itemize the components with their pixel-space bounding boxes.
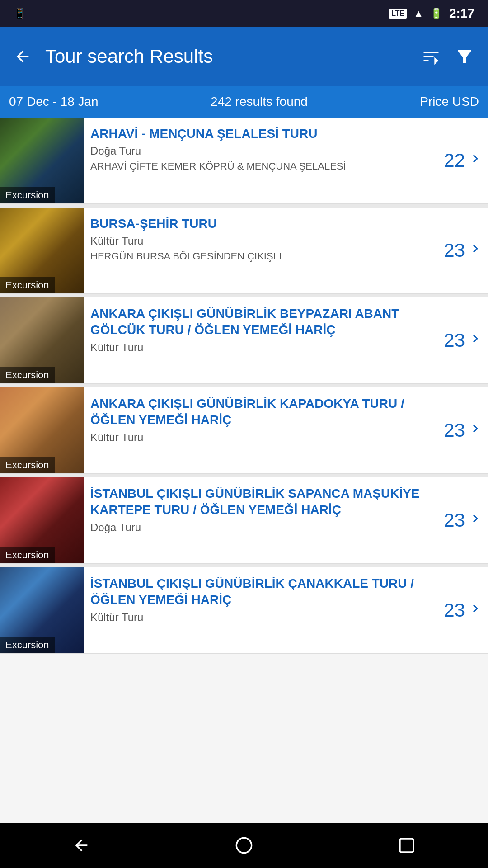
tour-image-container: Excursion xyxy=(0,297,84,383)
tour-arrow-icon xyxy=(467,600,483,621)
back-nav-button[interactable] xyxy=(63,827,99,863)
filter-button[interactable] xyxy=(450,42,479,71)
tour-title: İSTANBUL ÇIKIŞLI GÜNÜBİRLİK ÇANAKKALE TU… xyxy=(90,576,427,609)
tour-content: İSTANBUL ÇIKIŞLI GÜNÜBİRLİK SAPANCA MAŞU… xyxy=(84,477,434,563)
tour-image-container: Excursion xyxy=(0,567,84,653)
tour-title: ARHAVİ - MENÇUNA ŞELALESİ TURU xyxy=(90,126,427,142)
tour-price: 23 xyxy=(444,509,465,531)
tour-right: 23 xyxy=(434,477,488,563)
tour-right: 22 xyxy=(434,118,488,203)
tour-type: Kültür Turu xyxy=(90,341,427,354)
tour-right: 23 xyxy=(434,208,488,293)
tour-right: 23 xyxy=(434,387,488,473)
home-nav-button[interactable] xyxy=(226,827,262,863)
excursion-badge: Excursion xyxy=(0,547,55,563)
tour-price: 23 xyxy=(444,599,465,621)
tour-arrow-icon xyxy=(467,510,483,531)
price-label: Price USD xyxy=(420,94,479,109)
tour-description: ARHAVİ ÇİFTE KEMER KÖPRÜ & MENÇUNA ŞELAL… xyxy=(90,160,427,173)
tour-item[interactable]: Excursion BURSA-ŞEHİR TURU Kültür Turu H… xyxy=(0,208,488,294)
tour-item[interactable]: Excursion İSTANBUL ÇIKIŞLI GÜNÜBİRLİK ÇA… xyxy=(0,567,488,654)
tour-content: ANKARA ÇIKIŞLI GÜNÜBİRLİK BEYPAZARI ABAN… xyxy=(84,297,434,383)
tour-item[interactable]: Excursion ARHAVİ - MENÇUNA ŞELALESİ TURU… xyxy=(0,118,488,204)
tour-image-container: Excursion xyxy=(0,208,84,293)
time-display: 2:17 xyxy=(449,6,474,21)
tour-arrow-icon xyxy=(467,151,483,171)
tour-title: ANKARA ÇIKIŞLI GÜNÜBİRLİK BEYPAZARI ABAN… xyxy=(90,306,427,339)
tour-description: HERGÜN BURSA BÖLGESİNDEN ÇIKIŞLI xyxy=(90,250,427,263)
excursion-badge: Excursion xyxy=(0,277,55,293)
tour-content: ANKARA ÇIKIŞLI GÜNÜBİRLİK KAPADOKYA TURU… xyxy=(84,387,434,473)
tour-price: 23 xyxy=(444,240,465,261)
status-bar-right: LTE ▲ 🔋 2:17 xyxy=(389,6,474,21)
recent-nav-button[interactable] xyxy=(389,827,425,863)
nav-actions xyxy=(417,42,479,71)
tour-title: İSTANBUL ÇIKIŞLI GÜNÜBİRLİK SAPANCA MAŞU… xyxy=(90,486,427,519)
page-title: Tour search Results xyxy=(45,46,408,67)
tour-image-container: Excursion xyxy=(0,477,84,563)
tour-type: Kültür Turu xyxy=(90,611,427,624)
signal-icon: ▲ xyxy=(413,8,423,19)
tour-price: 22 xyxy=(444,150,465,171)
excursion-badge: Excursion xyxy=(0,637,55,653)
tour-image-container: Excursion xyxy=(0,387,84,473)
tour-type: Doğa Turu xyxy=(90,521,427,534)
tour-type: Kültür Turu xyxy=(90,431,427,444)
tour-arrow-icon xyxy=(467,241,483,261)
tour-item[interactable]: Excursion ANKARA ÇIKIŞLI GÜNÜBİRLİK KAPA… xyxy=(0,387,488,474)
notification-icon: 📱 xyxy=(14,8,26,19)
excursion-badge: Excursion xyxy=(0,187,55,203)
tour-price: 23 xyxy=(444,420,465,441)
tour-right: 23 xyxy=(434,297,488,383)
bottom-navigation xyxy=(0,823,488,868)
tour-item[interactable]: Excursion ANKARA ÇIKIŞLI GÜNÜBİRLİK BEYP… xyxy=(0,297,488,384)
tour-content: ARHAVİ - MENÇUNA ŞELALESİ TURU Doğa Turu… xyxy=(84,118,434,203)
battery-icon: 🔋 xyxy=(430,8,442,19)
excursion-badge: Excursion xyxy=(0,367,55,383)
tour-list: Excursion ARHAVİ - MENÇUNA ŞELALESİ TURU… xyxy=(0,118,488,654)
status-bar: 📱 LTE ▲ 🔋 2:17 xyxy=(0,0,488,27)
sort-button[interactable] xyxy=(417,42,446,71)
status-bar-left: 📱 xyxy=(14,8,26,19)
tour-arrow-icon xyxy=(467,330,483,351)
svg-point-0 xyxy=(236,838,251,853)
lte-badge: LTE xyxy=(389,9,407,19)
excursion-badge: Excursion xyxy=(0,457,55,473)
tour-image-container: Excursion xyxy=(0,118,84,203)
svg-rect-1 xyxy=(400,839,413,852)
filter-bar: 07 Dec - 18 Jan 242 results found Price … xyxy=(0,86,488,118)
top-navigation: Tour search Results xyxy=(0,27,488,86)
tour-content: BURSA-ŞEHİR TURU Kültür Turu HERGÜN BURS… xyxy=(84,208,434,293)
tour-title: BURSA-ŞEHİR TURU xyxy=(90,216,427,232)
tour-type: Doğa Turu xyxy=(90,145,427,157)
tour-arrow-icon xyxy=(467,420,483,441)
results-count: 242 results found xyxy=(211,94,308,109)
tour-price: 23 xyxy=(444,330,465,351)
tour-type: Kültür Turu xyxy=(90,235,427,247)
tour-content: İSTANBUL ÇIKIŞLI GÜNÜBİRLİK ÇANAKKALE TU… xyxy=(84,567,434,653)
tour-title: ANKARA ÇIKIŞLI GÜNÜBİRLİK KAPADOKYA TURU… xyxy=(90,396,427,429)
date-range: 07 Dec - 18 Jan xyxy=(9,94,99,109)
tour-right: 23 xyxy=(434,567,488,653)
tour-item[interactable]: Excursion İSTANBUL ÇIKIŞLI GÜNÜBİRLİK SA… xyxy=(0,477,488,564)
back-button[interactable] xyxy=(9,43,36,70)
